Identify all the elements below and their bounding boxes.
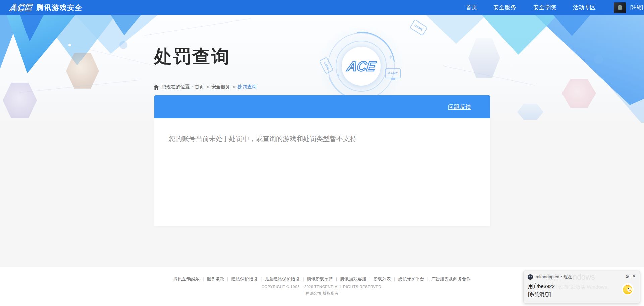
- footer-link-ads[interactable]: 广告服务及商务合作: [424, 276, 471, 281]
- footer-link-service[interactable]: 腾讯游戏客服: [333, 276, 366, 281]
- breadcrumb: 您现在的位置： 首页 > 安全服务 > 处罚查询: [154, 84, 256, 90]
- gear-icon[interactable]: ⚙: [625, 274, 629, 279]
- decor-line: [144, 18, 250, 36]
- nav-item-security-academy[interactable]: 安全学院: [533, 4, 556, 11]
- query-result-message: 您的账号当前未处于处罚中，或查询的游戏和处罚类型暂不支持: [154, 118, 490, 143]
- feedback-link[interactable]: 问题反馈: [448, 103, 471, 111]
- ace-logo-icon: ACE: [9, 3, 33, 13]
- main-nav: 首页 安全服务 安全学院 活动专区 [注销]: [466, 0, 643, 15]
- top-navbar: ACE 腾讯游戏安全 首页 安全服务 安全学院 活动专区 [注销]: [0, 0, 644, 15]
- lightning-icon: [336, 73, 341, 78]
- nav-item-activity-zone[interactable]: 活动专区: [573, 4, 596, 11]
- breadcrumb-security-service[interactable]: 安全服务: [211, 84, 230, 90]
- footer-link-privacy[interactable]: 隐私保护指引: [224, 276, 257, 281]
- game-character-hexagon: [3, 82, 37, 119]
- logout-link[interactable]: [注销]: [630, 4, 643, 11]
- game-character-hexagon: [562, 78, 596, 109]
- breadcrumb-separator: >: [232, 84, 235, 90]
- duck-beak: [629, 290, 631, 291]
- notification-body: [系统消息]: [528, 291, 551, 298]
- user-avatar[interactable]: [614, 2, 626, 13]
- breadcrumb-home[interactable]: 首页: [195, 84, 204, 90]
- duck-eye: [628, 288, 629, 289]
- site-logo[interactable]: ACE 腾讯游戏安全: [10, 0, 83, 15]
- close-icon[interactable]: ✕: [632, 274, 636, 279]
- game-tablet-icon: GAME: [410, 19, 428, 36]
- footer-link-jobs[interactable]: 腾讯游戏招聘: [300, 276, 333, 281]
- card-body: 您的账号当前未处于处罚中，或查询的游戏和处罚类型暂不支持: [154, 118, 490, 226]
- game-character-hexagon: [468, 37, 500, 79]
- breadcrumb-label: 您现在的位置：: [162, 84, 195, 90]
- page-title: 处罚查询: [154, 45, 230, 69]
- decor-dot: [594, 55, 603, 64]
- game-character-hexagon: [517, 103, 543, 120]
- ace-emblem-text: ACE: [346, 59, 377, 74]
- lightning-icon: [388, 55, 393, 59]
- browser-favicon-icon: [528, 274, 533, 280]
- breadcrumb-separator: >: [206, 84, 209, 90]
- query-result-card: 问题反馈 您的账号当前未处于处罚中，或查询的游戏和处罚类型暂不支持: [154, 95, 490, 226]
- footer-link-game-list[interactable]: 游戏列表: [366, 276, 391, 281]
- footer-link-tencent-games[interactable]: 腾讯互动娱乐: [173, 276, 200, 281]
- footer-link-terms[interactable]: 服务条款: [200, 276, 224, 281]
- notification-header: mimaapp.cn • 现在: [528, 274, 572, 280]
- game-monitor-icon: GAME: [385, 68, 401, 78]
- decor-dot: [119, 41, 127, 49]
- site-logo-label: 腾讯游戏安全: [36, 3, 83, 12]
- nav-item-home[interactable]: 首页: [466, 4, 477, 11]
- game-character-hexagon: [66, 52, 99, 90]
- card-header-bar: 问题反馈: [154, 95, 490, 118]
- breadcrumb-current: 处罚查询: [237, 84, 256, 90]
- page: ACE 腾讯游戏安全 首页 安全服务 安全学院 活动专区 [注销]: [0, 0, 644, 306]
- home-icon: [154, 85, 159, 90]
- ace-emblem: ACE: [342, 47, 381, 86]
- duck-avatar: [622, 283, 634, 295]
- nav-item-security-service[interactable]: 安全服务: [493, 4, 516, 11]
- notification-source: mimaapp.cn • 现在: [536, 274, 572, 280]
- footer-link-guardian[interactable]: 成长守护平台: [391, 276, 424, 281]
- footer-link-children-privacy[interactable]: 儿童隐私保护指引: [258, 276, 300, 281]
- notification-popup[interactable]: mimaapp.cn • 现在 ⚙ ✕ 用户be3922 [系统消息]: [523, 271, 640, 303]
- notification-title: 用户be3922: [528, 283, 555, 290]
